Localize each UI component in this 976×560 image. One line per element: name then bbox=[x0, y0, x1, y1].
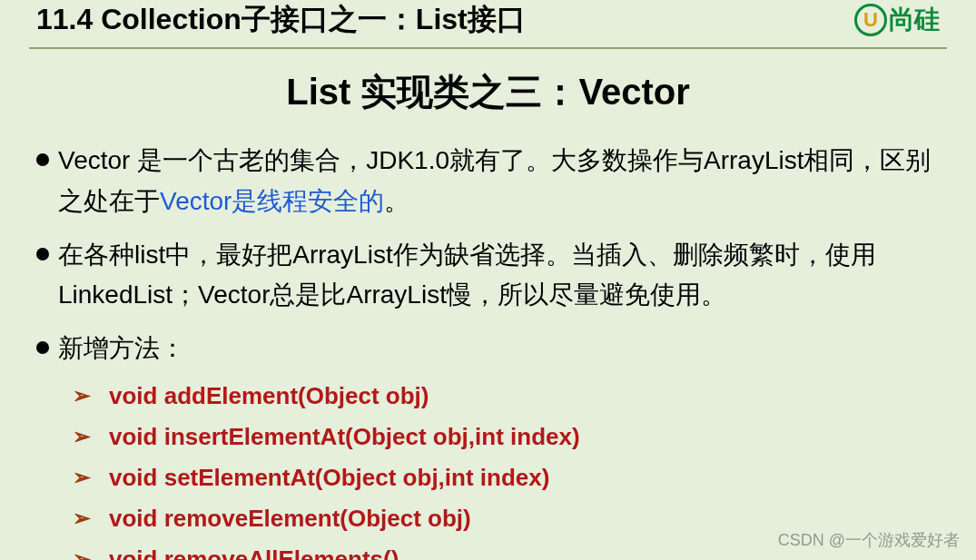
bullet-post: 。 bbox=[384, 187, 409, 215]
bullet-item: 新增方法： bbox=[36, 329, 940, 369]
method-text: void removeElement(Object obj) bbox=[109, 505, 471, 533]
method-text: void setElementAt(Object obj,int index) bbox=[109, 464, 549, 492]
bullet-item: 在各种list中，最好把ArrayList作为缺省选择。当插入、删除频繁时，使用… bbox=[36, 235, 940, 317]
method-item: ➢ void insertElementAt(Object obj,int in… bbox=[73, 423, 940, 451]
logo-text: 尚硅 bbox=[889, 3, 940, 37]
method-text: void removeAllElements() bbox=[109, 545, 399, 560]
header-section-title: 11.4 Collection子接口之一：List接口 bbox=[36, 0, 526, 40]
bullet-text: 在各种list中，最好把ArrayList作为缺省选择。当插入、删除频繁时，使用… bbox=[58, 235, 940, 317]
arrow-icon: ➢ bbox=[73, 465, 91, 490]
bullet-text: 新增方法： bbox=[58, 329, 940, 369]
slide-title: List 实现类之三：Vector bbox=[0, 67, 976, 117]
method-item: ➢ void setElementAt(Object obj,int index… bbox=[73, 464, 940, 492]
watermark: CSDN @一个游戏爱好者 bbox=[778, 529, 960, 551]
arrow-icon: ➢ bbox=[73, 383, 91, 408]
bullet-pre: 在各种list中，最好把ArrayList作为缺省选择。当插入、删除频繁时，使用… bbox=[58, 241, 876, 309]
bullet-icon bbox=[36, 248, 49, 260]
bullet-pre: 新增方法： bbox=[58, 334, 185, 362]
method-text: void insertElementAt(Object obj,int inde… bbox=[109, 423, 580, 451]
arrow-icon: ➢ bbox=[73, 546, 91, 560]
header-divider bbox=[29, 47, 947, 49]
bullet-text: Vector 是一个古老的集合，JDK1.0就有了。大多数操作与ArrayLis… bbox=[58, 141, 940, 222]
bullet-icon bbox=[36, 341, 49, 354]
method-item: ➢ void addElement(Object obj) bbox=[73, 382, 940, 410]
logo-icon: U bbox=[854, 4, 887, 36]
arrow-icon: ➢ bbox=[73, 506, 91, 531]
bullet-item: Vector 是一个古老的集合，JDK1.0就有了。大多数操作与ArrayLis… bbox=[36, 141, 940, 222]
bullet-highlight: Vector是线程安全的 bbox=[160, 187, 384, 215]
arrow-icon: ➢ bbox=[73, 424, 91, 449]
slide-content: Vector 是一个古老的集合，JDK1.0就有了。大多数操作与ArrayLis… bbox=[0, 141, 976, 560]
slide-header: 11.4 Collection子接口之一：List接口 U 尚硅 bbox=[0, 0, 976, 47]
method-text: void addElement(Object obj) bbox=[109, 382, 429, 410]
bullet-icon bbox=[36, 153, 49, 166]
brand-logo: U 尚硅 bbox=[854, 3, 940, 37]
